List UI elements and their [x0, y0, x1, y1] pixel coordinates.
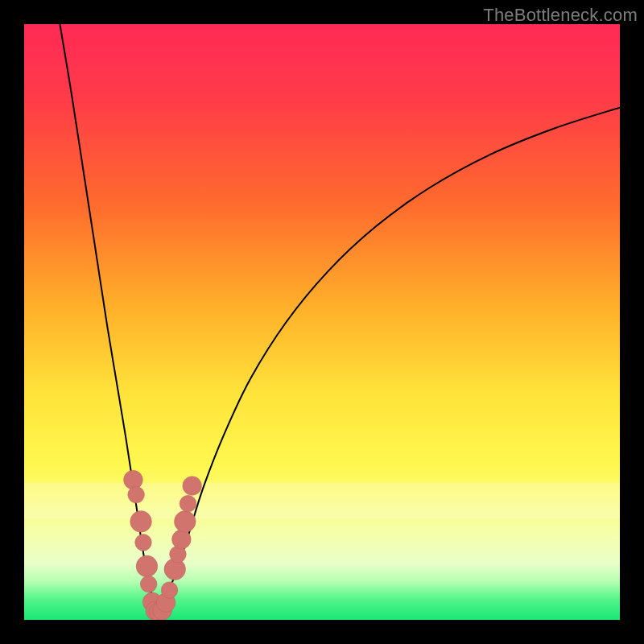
data-dot [161, 582, 178, 599]
data-dot [183, 477, 202, 496]
data-dot [130, 511, 152, 533]
data-dot [128, 486, 145, 503]
data-dot [174, 511, 196, 533]
data-dot [172, 530, 192, 549]
chart-frame: TheBottleneck.com [0, 0, 644, 644]
gradient-background [24, 24, 620, 620]
data-dot [136, 555, 158, 577]
data-dot [180, 495, 196, 512]
plot-area [24, 24, 620, 620]
watermark-text: TheBottleneck.com [483, 5, 638, 26]
chart-svg [24, 24, 620, 620]
data-dot [135, 534, 152, 551]
highlight-band [24, 483, 620, 518]
data-dot [124, 470, 143, 489]
data-dot [140, 576, 157, 592]
